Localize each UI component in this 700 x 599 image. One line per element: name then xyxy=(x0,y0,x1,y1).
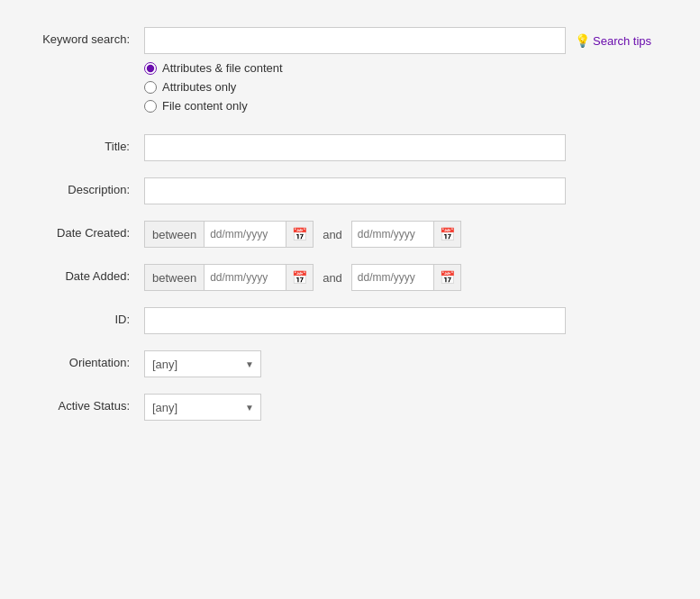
between-label-added: between xyxy=(145,265,205,290)
id-control-area xyxy=(144,307,664,334)
calendar-icon: 📅 xyxy=(292,227,307,241)
date-added-from-box: between 📅 xyxy=(144,264,314,291)
orientation-select[interactable]: [any] Landscape Portrait Square xyxy=(144,350,261,377)
bulb-icon: 💡 xyxy=(575,33,590,48)
and-label-added: and xyxy=(319,271,346,285)
between-label-created: between xyxy=(145,222,205,247)
orientation-control-area: [any] Landscape Portrait Square ▼ xyxy=(144,350,664,377)
description-label: Description: xyxy=(36,177,144,196)
and-label-created: and xyxy=(319,228,346,241)
description-control-area xyxy=(144,177,664,204)
date-created-to-input[interactable] xyxy=(352,222,433,247)
date-created-to-box: 📅 xyxy=(351,221,461,248)
date-created-from-input[interactable] xyxy=(205,222,286,247)
search-tips-link[interactable]: 💡 Search tips xyxy=(575,33,651,48)
id-label: ID: xyxy=(36,307,144,326)
orientation-select-wrapper: [any] Landscape Portrait Square ▼ xyxy=(144,350,261,377)
orientation-row: Orientation: [any] Landscape Portrait Sq… xyxy=(36,350,664,377)
active-status-select[interactable]: [any] Active Inactive xyxy=(144,394,261,421)
active-status-label: Active Status: xyxy=(36,394,144,413)
radio-label-file-content-only: File content only xyxy=(162,99,248,113)
date-created-from-box: between 📅 xyxy=(144,221,314,248)
radio-label-attributes-file: Attributes & file content xyxy=(162,61,283,75)
date-created-to-calendar-button[interactable]: 📅 xyxy=(433,222,460,247)
date-created-input-row: between 📅 and 📅 xyxy=(144,221,664,248)
date-added-row: Date Added: between 📅 and 📅 xyxy=(36,264,664,291)
title-label: Title: xyxy=(36,134,144,153)
radio-label-attributes-only: Attributes only xyxy=(162,80,236,94)
date-added-input-row: between 📅 and 📅 xyxy=(144,264,664,291)
keyword-control-area: 💡 Search tips Attributes & file content … xyxy=(144,27,664,118)
title-control-area xyxy=(144,134,664,161)
radio-option-attributes-file[interactable]: Attributes & file content xyxy=(144,61,664,75)
keyword-label: Keyword search: xyxy=(36,27,144,46)
orientation-label: Orientation: xyxy=(36,350,144,369)
id-input[interactable] xyxy=(144,307,566,334)
id-row: ID: xyxy=(36,307,664,334)
date-added-from-calendar-button[interactable]: 📅 xyxy=(286,265,313,290)
calendar-icon-4: 📅 xyxy=(440,270,455,285)
radio-attributes-only[interactable] xyxy=(144,81,157,94)
keyword-input[interactable] xyxy=(144,27,566,54)
keyword-input-row: 💡 Search tips xyxy=(144,27,664,54)
search-form-container: Keyword search: 💡 Search tips Attributes… xyxy=(0,0,700,599)
date-added-control-area: between 📅 and 📅 xyxy=(144,264,664,291)
search-tips-label: Search tips xyxy=(593,34,651,48)
date-created-control-area: between 📅 and 📅 xyxy=(144,221,664,248)
date-created-label: Date Created: xyxy=(36,221,144,240)
calendar-icon-3: 📅 xyxy=(292,270,307,285)
date-added-to-calendar-button[interactable]: 📅 xyxy=(433,265,460,290)
date-added-to-box: 📅 xyxy=(351,264,461,291)
active-status-row: Active Status: [any] Active Inactive ▼ xyxy=(36,394,664,421)
date-added-label: Date Added: xyxy=(36,264,144,283)
description-row: Description: xyxy=(36,177,664,204)
active-status-control-area: [any] Active Inactive ▼ xyxy=(144,394,664,421)
description-input[interactable] xyxy=(144,177,566,204)
calendar-icon-2: 📅 xyxy=(440,227,455,241)
radio-option-attributes-only[interactable]: Attributes only xyxy=(144,80,664,94)
radio-option-file-content-only[interactable]: File content only xyxy=(144,99,664,113)
active-status-select-wrapper: [any] Active Inactive ▼ xyxy=(144,394,261,421)
radio-attributes-file[interactable] xyxy=(144,62,157,75)
title-row: Title: xyxy=(36,134,664,161)
date-created-row: Date Created: between 📅 and 📅 xyxy=(36,221,664,248)
keyword-row: Keyword search: 💡 Search tips Attributes… xyxy=(36,27,664,118)
date-added-to-input[interactable] xyxy=(352,265,433,290)
radio-group: Attributes & file content Attributes onl… xyxy=(144,61,664,113)
date-added-from-input[interactable] xyxy=(205,265,286,290)
radio-file-content-only[interactable] xyxy=(144,100,157,113)
title-input[interactable] xyxy=(144,134,566,161)
date-created-from-calendar-button[interactable]: 📅 xyxy=(286,222,313,247)
